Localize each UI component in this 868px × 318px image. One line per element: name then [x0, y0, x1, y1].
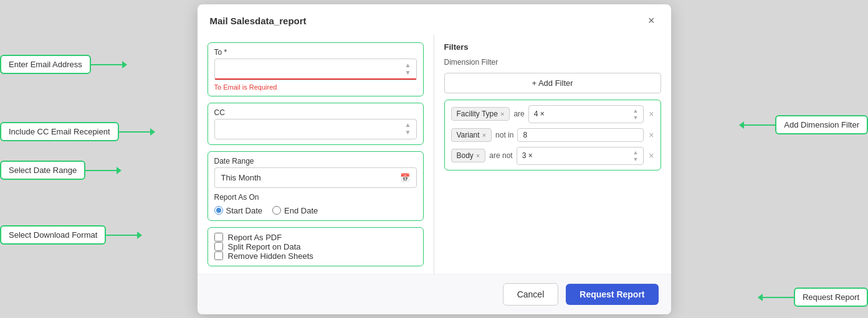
- dimension-filter-title: Dimension Filter: [444, 58, 661, 67]
- filter-op-1: not in: [495, 131, 513, 139]
- radio-end-date-label: End Date: [284, 206, 318, 215]
- report-as-on-label: Report As On: [214, 193, 417, 202]
- filter-value-box-2: 3 × ▲▼: [517, 147, 644, 165]
- modal-close-button[interactable]: ×: [644, 13, 659, 29]
- checkbox-hidden-label: Remove Hidden Sheets: [228, 251, 313, 261]
- filter-value-2: 3 ×: [522, 151, 533, 160]
- to-input-wrapper: ▲ ▼: [214, 58, 417, 80]
- filter-tag-remove-1[interactable]: ×: [482, 131, 486, 139]
- modal-backdrop: Enter Email Address Include CC Email Rec…: [0, 0, 868, 318]
- radio-start-date-input[interactable]: [214, 206, 223, 215]
- annotation-cc-email: Include CC Email Recepient: [0, 122, 119, 141]
- filter-value-spinners-2: ▲▼: [632, 149, 638, 162]
- checkbox-pdf-input[interactable]: [214, 233, 223, 241]
- checkbox-hidden[interactable]: Remove Hidden Sheets: [214, 251, 417, 261]
- request-report-button[interactable]: Request Report: [566, 284, 658, 305]
- filter-row-variant: Variant × not in 8 ×: [451, 128, 654, 142]
- checkbox-hidden-input[interactable]: [214, 251, 223, 260]
- cc-spinner-icons: ▲ ▼: [405, 122, 411, 136]
- filter-value-spinners-0: ▲▼: [632, 108, 638, 121]
- cc-field-group: CC ▲ ▼: [214, 108, 417, 139]
- filter-value-1: 8: [523, 131, 527, 139]
- checkbox-pdf[interactable]: Report As PDF: [214, 233, 417, 242]
- annotation-enter-email: Enter Email Address: [0, 55, 91, 74]
- to-label: To *: [214, 48, 417, 57]
- checkbox-pdf-label: Report As PDF: [228, 233, 282, 242]
- date-range-group: Date Range This Month 📅: [214, 157, 417, 188]
- modal-title-bold: Salesdata_report: [231, 16, 307, 26]
- filter-tag-variant: Variant ×: [451, 128, 492, 142]
- checkbox-split[interactable]: Split Report on Data: [214, 242, 417, 251]
- annotation-request-report: Request Report: [794, 288, 868, 307]
- filter-value-0: 4 ×: [534, 110, 545, 118]
- to-section: To * ▲ ▼ To Email is Required: [207, 42, 424, 96]
- to-field-group: To * ▲ ▼ To Email is Required: [214, 48, 417, 91]
- filter-op-0: are: [513, 110, 524, 118]
- filter-row-remove-1[interactable]: ×: [649, 130, 654, 140]
- report-as-on-group: Report As On Start Date End Date: [214, 193, 417, 215]
- cc-section: CC ▲ ▼: [207, 103, 424, 145]
- to-email-input[interactable]: [215, 59, 416, 80]
- filter-tag-remove-0[interactable]: ×: [500, 110, 504, 118]
- filter-rows-container: Facility Type × are 4 × ▲▼ ×: [444, 100, 661, 171]
- modal-footer: Cancel Request Report: [198, 274, 671, 314]
- radio-group: Start Date End Date: [214, 206, 417, 215]
- date-range-picker[interactable]: This Month 📅: [214, 167, 417, 188]
- filter-row-remove-2[interactable]: ×: [649, 151, 654, 161]
- left-panel: To * ▲ ▼ To Email is Required: [198, 35, 434, 274]
- format-section: Report As PDF Split Report on Data Remov…: [207, 227, 424, 266]
- radio-start-date[interactable]: Start Date: [214, 206, 263, 215]
- date-section: Date Range This Month 📅 Report As On: [207, 151, 424, 221]
- page-wrapper: Enter Email Address Include CC Email Rec…: [0, 0, 868, 318]
- filter-row-remove-0[interactable]: ×: [649, 109, 654, 119]
- filter-tag-label-1: Variant: [457, 131, 480, 139]
- calendar-icon: 📅: [400, 173, 410, 182]
- checkbox-split-input[interactable]: [214, 242, 223, 251]
- add-filter-button[interactable]: + Add Filter: [444, 73, 661, 93]
- cc-label: CC: [214, 108, 417, 117]
- modal-header: Mail Salesdata_report ×: [198, 4, 671, 35]
- modal-body: To * ▲ ▼ To Email is Required: [198, 35, 671, 274]
- date-range-label: Date Range: [214, 157, 417, 166]
- filter-row-facility-type: Facility Type × are 4 × ▲▼ ×: [451, 105, 654, 123]
- filters-title: Filters: [444, 42, 661, 52]
- date-range-value: This Month: [221, 173, 261, 182]
- filter-row-body: Body × are not 3 × ▲▼ ×: [451, 147, 654, 165]
- to-spinner-icons: ▲ ▼: [405, 62, 411, 76]
- annotation-select-date: Select Date Range: [0, 161, 85, 180]
- cc-email-input[interactable]: [215, 119, 416, 139]
- filter-tag-facility-type: Facility Type ×: [451, 107, 510, 121]
- filter-tag-remove-2[interactable]: ×: [476, 152, 480, 159]
- to-error-text: To Email is Required: [214, 83, 417, 91]
- filter-tag-label-0: Facility Type: [457, 110, 498, 118]
- radio-start-date-label: Start Date: [226, 206, 263, 215]
- filter-op-2: are not: [489, 151, 512, 160]
- annotation-download-format: Select Download Format: [0, 225, 106, 245]
- filter-value-box-1: 8: [517, 128, 644, 142]
- annotation-dimension-filter: Add Dimension Filter: [775, 115, 868, 134]
- cancel-button[interactable]: Cancel: [503, 283, 559, 306]
- radio-end-date[interactable]: End Date: [272, 206, 318, 215]
- filter-tag-label-2: Body: [457, 151, 474, 160]
- checkbox-split-label: Split Report on Data: [228, 242, 301, 251]
- modal-title-prefix: Mail: [210, 16, 231, 26]
- filter-value-box-0: 4 × ▲▼: [528, 105, 644, 123]
- modal-title: Mail Salesdata_report: [210, 16, 307, 26]
- filter-tag-body: Body ×: [451, 149, 486, 162]
- cc-input-wrapper: ▲ ▼: [214, 119, 417, 139]
- right-panel: Filters Dimension Filter + Add Filter Fa…: [434, 35, 671, 274]
- radio-end-date-input[interactable]: [272, 206, 281, 215]
- modal: Mail Salesdata_report × To *: [198, 4, 671, 314]
